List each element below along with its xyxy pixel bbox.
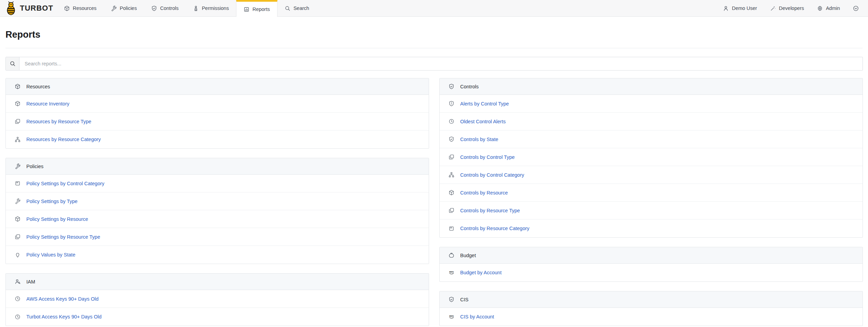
cube-icon	[15, 84, 21, 89]
wrench-icon	[15, 163, 21, 169]
report-row: AWS Access Keys 90+ Days Old	[6, 290, 429, 308]
aws-icon: aws	[449, 270, 454, 276]
report-link[interactable]: Controls by Resource Type	[460, 208, 520, 213]
nav-tab-policies[interactable]: Policies	[104, 0, 144, 16]
shield-check-icon	[151, 5, 157, 11]
report-row: Policy Settings by Resource Type	[6, 228, 429, 246]
clock-icon	[15, 296, 21, 302]
report-group: Controls Alerts by Control Type Oldest C…	[439, 78, 863, 238]
report-column-right: Controls Alerts by Control Type Oldest C…	[439, 78, 863, 326]
report-link[interactable]: Turbot Access Keys 90+ Days Old	[26, 314, 102, 319]
report-row: aws Budget by Account	[440, 264, 863, 281]
shield-check-icon	[449, 136, 454, 142]
report-group-header: Policies	[6, 158, 429, 175]
report-link[interactable]: Policy Settings by Resource Type	[26, 234, 100, 240]
report-group: Resources Resource Inventory Resources b…	[5, 78, 429, 149]
cube-icon	[15, 216, 21, 222]
report-row: Policy Settings by Resource	[6, 210, 429, 228]
cube-icon	[449, 190, 454, 196]
report-link[interactable]: CIS by Account	[460, 314, 494, 319]
cube-icon	[15, 101, 21, 106]
report-row: Controls by Resource Category	[440, 219, 863, 237]
nav-demo-user[interactable]: Demo User	[716, 0, 763, 16]
svg-text:aws: aws	[449, 315, 454, 317]
nav-tab-reports[interactable]: Reports	[236, 0, 277, 17]
report-row: Policy Settings by Type	[6, 192, 429, 210]
nav-user-label: Demo User	[732, 5, 757, 11]
nav-tab-controls[interactable]: Controls	[144, 0, 186, 16]
nav-tab-search[interactable]: Search	[277, 0, 316, 16]
nav-admin-label: Admin	[826, 5, 840, 11]
report-link[interactable]: Alerts by Control Type	[460, 101, 509, 106]
report-row: Controls by Resource Type	[440, 202, 863, 219]
report-list: Policy Settings by Control Category Poli…	[6, 175, 429, 264]
report-column-left: Resources Resource Inventory Resources b…	[5, 78, 429, 326]
nav-tab-permissions[interactable]: Permissions	[186, 0, 236, 16]
magnifier-icon	[285, 5, 290, 11]
report-row: Policy Settings by Control Category	[6, 175, 429, 192]
pin-icon	[15, 252, 21, 258]
report-row: Resources by Resource Type	[6, 113, 429, 130]
report-link[interactable]: Controls by Control Category	[460, 172, 524, 178]
report-link[interactable]: Controls by Control Type	[460, 154, 515, 160]
report-row: Resource Inventory	[6, 95, 429, 113]
report-link[interactable]: Budget by Account	[460, 270, 502, 275]
report-link[interactable]: Resource Inventory	[26, 101, 69, 106]
nav-tab-resources[interactable]: Resources	[57, 0, 104, 16]
bar-chart-icon	[244, 7, 249, 12]
shield-check-icon	[449, 297, 454, 302]
card-icon	[15, 180, 21, 186]
nav-tab-label: Search	[294, 5, 309, 11]
report-row: aws CIS by Account	[440, 308, 863, 326]
nav-tab-label: Permissions	[202, 5, 229, 11]
cube-icon	[64, 5, 70, 11]
report-link[interactable]: Resources by Resource Category	[26, 137, 101, 142]
secondary-nav: Demo User Developers Admin	[716, 0, 868, 16]
report-link[interactable]: Policy Settings by Type	[26, 199, 78, 204]
money-bag-icon	[449, 252, 454, 258]
nav-more-button[interactable]	[846, 0, 865, 16]
nav-tab-label: Controls	[160, 5, 179, 11]
gear-icon	[817, 5, 823, 11]
report-group-header: IAM	[6, 274, 429, 290]
clock-icon	[15, 314, 21, 320]
report-row: Policy Values by State	[6, 246, 429, 264]
report-link[interactable]: Policy Values by State	[26, 252, 75, 257]
report-row: Controls by Control Type	[440, 148, 863, 166]
report-link[interactable]: Policy Settings by Resource	[26, 216, 88, 222]
wrench-icon	[111, 5, 117, 11]
report-search	[5, 57, 863, 71]
primary-nav: Resources Policies Controls Permissions …	[57, 0, 316, 16]
nav-tab-label: Reports	[252, 7, 270, 12]
person-icon	[723, 5, 729, 11]
report-list: Alerts by Control Type Oldest Control Al…	[440, 95, 863, 237]
top-nav: TURBOT Resources Policies Controls Permi…	[0, 0, 868, 17]
divider	[5, 48, 863, 48]
report-list: aws Budget by Account	[440, 264, 863, 281]
card-icon	[449, 226, 454, 231]
report-link[interactable]: Resources by Resource Type	[26, 119, 91, 124]
report-row: Alerts by Control Type	[440, 95, 863, 113]
clock-icon	[449, 118, 454, 124]
report-link[interactable]: AWS Access Keys 90+ Days Old	[26, 296, 99, 302]
svg-text:aws: aws	[449, 271, 454, 273]
nav-admin[interactable]: Admin	[811, 0, 846, 16]
report-group-title: Controls	[460, 84, 479, 89]
nav-developers[interactable]: Developers	[764, 0, 811, 16]
report-link[interactable]: Controls by Resource Category	[460, 226, 529, 231]
nav-tab-label: Resources	[73, 5, 96, 11]
report-row: Controls by Resource	[440, 184, 863, 202]
report-group: Policies Policy Settings by Control Cate…	[5, 158, 429, 264]
report-group-title: Policies	[26, 164, 43, 169]
shield-check-icon	[449, 84, 454, 89]
report-link[interactable]: Policy Settings by Control Category	[26, 181, 104, 186]
report-link[interactable]: Controls by Resource	[460, 190, 508, 196]
brand-logo[interactable]: TURBOT	[0, 0, 57, 16]
report-row: Turbot Access Keys 90+ Days Old	[6, 308, 429, 326]
nav-developers-label: Developers	[779, 5, 804, 11]
report-link[interactable]: Oldest Control Alerts	[460, 119, 506, 124]
search-input[interactable]	[20, 57, 863, 70]
report-link[interactable]: Controls by State	[460, 137, 498, 142]
report-group-title: Resources	[26, 84, 50, 89]
report-group: CIS aws CIS by Account	[439, 291, 863, 326]
